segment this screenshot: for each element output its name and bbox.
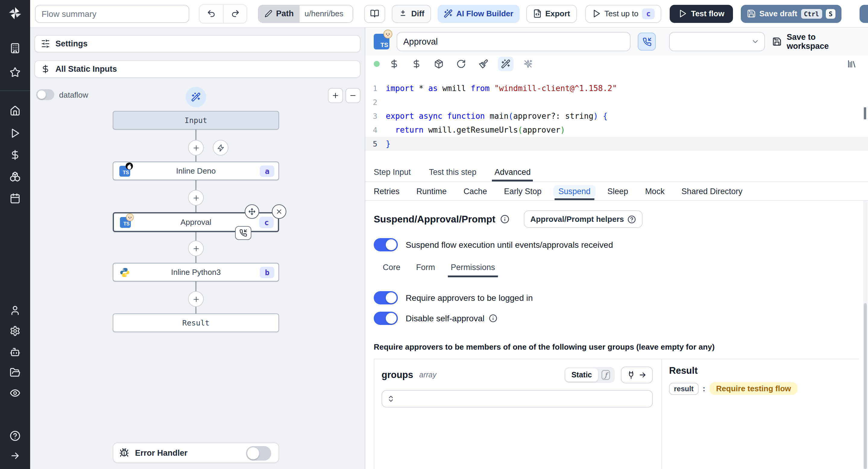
variables-dollar-icon[interactable] xyxy=(10,150,21,160)
resources-dollar-icon[interactable] xyxy=(409,57,424,71)
flow-summary-input[interactable] xyxy=(35,4,189,23)
connect-input-button[interactable] xyxy=(621,367,653,383)
suspend-flow-toggle[interactable] xyxy=(374,238,398,251)
insert-step-button[interactable] xyxy=(188,241,204,256)
groups-multiselect-input[interactable] xyxy=(381,390,653,408)
schedules-calendar-icon[interactable] xyxy=(10,193,21,204)
home-icon[interactable] xyxy=(10,105,21,116)
folders-icon[interactable] xyxy=(10,367,21,378)
code-editor[interactable]: 1import * as wmill from "windmill-client… xyxy=(365,72,868,163)
settings-gear-icon[interactable] xyxy=(10,325,21,336)
subtab-suspend[interactable]: Suspend xyxy=(558,182,591,200)
flow-settings-button[interactable]: Settings xyxy=(34,35,361,53)
code-line[interactable]: 1import * as wmill from "windmill-client… xyxy=(365,82,868,95)
approval-prompt-helpers-button[interactable]: Approval/Prompt helpers xyxy=(524,210,643,228)
play-icon xyxy=(592,9,601,18)
wand-sparkles-icon[interactable] xyxy=(498,57,514,71)
code-line[interactable]: 4 return wmill.getResumeUrls(approver) xyxy=(365,123,868,137)
sparkles-off-icon[interactable] xyxy=(520,57,536,71)
subtab-mock[interactable]: Mock xyxy=(645,182,664,200)
step-name-input[interactable] xyxy=(397,32,630,51)
tab-step-input[interactable]: Step Input xyxy=(374,163,411,182)
graph-node-inline-deno[interactable]: TS Inline Deno a xyxy=(113,162,279,180)
tab-advanced[interactable]: Advanced xyxy=(495,163,531,182)
deno-lang-icon: TS xyxy=(119,165,130,176)
insert-step-button[interactable] xyxy=(188,291,204,307)
subtab-sleep[interactable]: Sleep xyxy=(607,182,628,200)
info-icon[interactable] xyxy=(500,215,509,224)
info-icon[interactable] xyxy=(489,314,497,322)
tab-core[interactable]: Core xyxy=(383,263,401,277)
redo-button[interactable] xyxy=(223,4,247,23)
scrollbar-thumb[interactable] xyxy=(864,303,867,469)
approval-phone-badge[interactable] xyxy=(235,226,251,240)
approval-phone-button[interactable] xyxy=(638,33,656,51)
save-draft-button[interactable]: Save draft Ctrl S xyxy=(741,4,841,23)
expand-arrow-icon[interactable] xyxy=(10,450,21,461)
windmill-logo[interactable] xyxy=(8,6,22,21)
insert-step-button[interactable] xyxy=(188,190,204,206)
ai-graph-wand-button[interactable] xyxy=(186,87,206,107)
audit-eye-icon[interactable] xyxy=(10,387,21,399)
save-to-workspace-button[interactable]: Save to workspace xyxy=(772,33,860,51)
subtab-shared-directory[interactable]: Shared Directory xyxy=(681,182,743,200)
static-mode-button[interactable]: Static xyxy=(565,368,598,382)
test-flow-button[interactable]: Test flow xyxy=(670,4,733,23)
undo-button[interactable] xyxy=(199,4,223,23)
require-logged-in-toggle[interactable] xyxy=(374,291,398,305)
workers-bot-icon[interactable] xyxy=(10,347,21,357)
tab-permissions[interactable]: Permissions xyxy=(451,263,495,277)
path-value-input[interactable]: u/henri/bes xyxy=(300,5,353,22)
result-key-badge[interactable]: result xyxy=(669,382,698,395)
all-static-inputs-button[interactable]: All Static Inputs xyxy=(34,60,361,78)
save-draft-label: Save draft xyxy=(759,9,797,18)
content-scrollbar[interactable] xyxy=(863,201,867,469)
insert-step-button[interactable] xyxy=(188,140,204,156)
code-line[interactable]: 2 xyxy=(365,95,868,109)
dataflow-toggle[interactable] xyxy=(36,89,54,100)
tab-form[interactable]: Form xyxy=(416,263,435,277)
library-icon[interactable] xyxy=(844,57,860,71)
building-icon[interactable] xyxy=(10,43,21,54)
save-icon xyxy=(772,37,782,46)
test-up-to-button[interactable]: Test up to c xyxy=(585,4,661,23)
error-handler-card[interactable]: Error Handler xyxy=(113,442,279,463)
move-step-button[interactable] xyxy=(245,205,259,219)
zoom-out-button[interactable] xyxy=(345,88,361,103)
ai-flow-builder-button[interactable]: AI Flow Builder xyxy=(438,4,519,23)
subtab-early-stop[interactable]: Early Stop xyxy=(504,182,541,200)
resources-boxes-icon[interactable] xyxy=(10,171,21,182)
paintbrush-icon[interactable] xyxy=(475,57,491,71)
subtab-cache[interactable]: Cache xyxy=(464,182,487,200)
delete-step-button[interactable] xyxy=(272,205,286,219)
graph-node-inline-python3[interactable]: Inline Python3 b xyxy=(113,263,279,282)
runs-play-icon[interactable] xyxy=(10,128,21,139)
code-line[interactable]: 3export async function main(approver?: s… xyxy=(365,109,868,123)
variables-dollar-icon[interactable] xyxy=(386,57,402,71)
package-icon[interactable] xyxy=(431,57,447,71)
export-button[interactable]: Export xyxy=(526,4,577,23)
docs-button[interactable] xyxy=(364,4,385,23)
zoom-in-button[interactable] xyxy=(328,88,343,103)
export-label: Export xyxy=(545,9,570,18)
reload-icon[interactable] xyxy=(453,57,469,71)
help-circle-icon xyxy=(627,215,636,223)
diff-button[interactable]: Diff xyxy=(392,4,431,23)
star-icon[interactable] xyxy=(10,67,21,78)
deploy-button-partial[interactable] xyxy=(860,5,868,23)
path-button[interactable]: Path xyxy=(258,5,300,22)
user-icon[interactable] xyxy=(10,305,21,316)
subtab-runtime[interactable]: Runtime xyxy=(416,182,447,200)
trigger-zap-button[interactable] xyxy=(213,140,228,156)
wand-sparkles-icon xyxy=(191,92,201,102)
subtab-retries[interactable]: Retries xyxy=(374,182,400,200)
error-handler-toggle[interactable] xyxy=(246,446,271,461)
tab-test-this-step[interactable]: Test this step xyxy=(429,163,476,182)
help-icon[interactable] xyxy=(10,430,21,441)
graph-node-result[interactable]: Result xyxy=(113,313,279,332)
disable-self-approval-toggle[interactable] xyxy=(374,312,398,325)
graph-node-input[interactable]: Input xyxy=(113,111,279,130)
code-line[interactable]: 5} xyxy=(365,137,868,151)
javascript-mode-button[interactable]: ƒ xyxy=(598,370,614,380)
script-version-select[interactable] xyxy=(669,32,765,51)
